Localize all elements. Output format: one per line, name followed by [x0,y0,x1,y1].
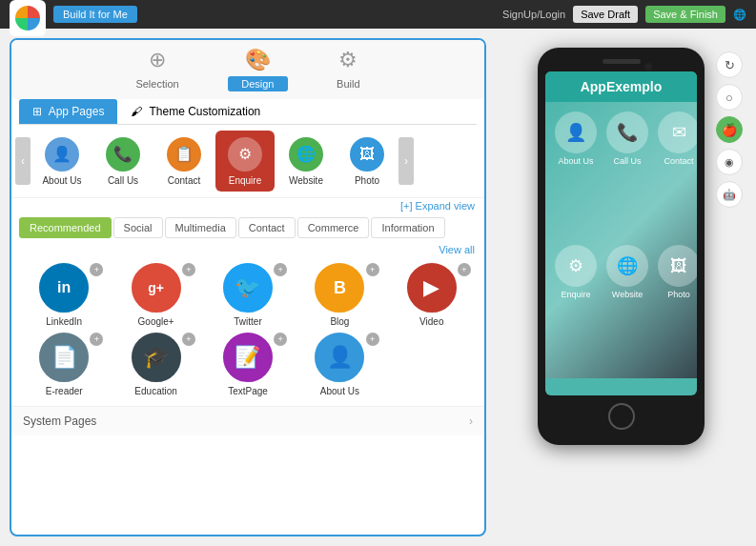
contact-label: Contact [168,175,200,186]
steps-bar: ⊕ Selection 🎨 Design ⚙ Build [11,40,484,99]
phone-camera [644,63,652,71]
cat-multimedia[interactable]: Multimedia [165,217,236,238]
language-icon[interactable]: 🌐 [733,9,746,21]
phone-mockup: AppExemplo 👤 About Us 📞 Call Us ✉ Contac… [538,48,705,445]
education-icon: 🎓 [132,333,181,382]
widget-video[interactable]: + ▶ Video [389,263,475,327]
theme-icon: 🖌 [131,105,142,118]
main-content: ⊕ Selection 🎨 Design ⚙ Build ⊞ App Pages… [0,29,756,546]
build-icon: ⚙ [338,48,358,72]
linkedin-label: LinkedIn [46,316,82,327]
widget-googleplus[interactable]: + g+ Google+ [112,263,198,327]
page-enquire[interactable]: ⚙ Enquire [215,131,275,192]
call-us-label: Call Us [108,175,138,186]
widget-linkedin[interactable]: + in LinkedIn [21,263,107,327]
phone-icon-photo[interactable]: 🖼 Photo [658,245,697,369]
phone-website-label: Website [612,290,643,299]
logo [10,0,46,36]
textpage-label: TextPage [228,386,268,396]
apple-icon[interactable]: 🍎 [716,116,743,143]
cat-recommended[interactable]: Recommended [19,217,112,238]
left-panel: ⊕ Selection 🎨 Design ⚙ Build ⊞ App Pages… [10,38,486,536]
save-finish-button[interactable]: Save & Finish [645,6,725,23]
build-it-button[interactable]: Build It for Me [53,6,137,23]
next-page-arrow[interactable]: › [398,137,414,185]
page-about-us[interactable]: 👤 About Us [32,131,92,192]
googleplus-icon: g+ [132,263,181,313]
twitter-icon: 🐦 [223,263,273,313]
tab-theme[interactable]: 🖌 Theme Customization [117,99,274,124]
add-badge: + [274,263,287,276]
system-pages-row[interactable]: System Pages › [11,406,484,435]
blackberry-icon[interactable]: ◉ [716,149,743,175]
phone-icon-contact[interactable]: ✉ Contact [658,111,697,235]
page-contact[interactable]: 📋 Contact [154,131,214,192]
step-design[interactable]: 🎨 Design [228,48,287,91]
cat-information[interactable]: Information [371,217,444,238]
phone-icons-grid: 👤 About Us 📞 Call Us ✉ Contact ⚙ Enquire [545,102,697,378]
cat-commerce[interactable]: Commerce [297,217,370,238]
enquire-icon: ⚙ [228,137,262,172]
tab-app-pages[interactable]: ⊞ App Pages [19,99,117,124]
step-build[interactable]: ⚙ Build [323,48,373,91]
widget-ereader[interactable]: + 📄 E-reader [21,333,107,396]
about-us-label: About Us [42,175,81,186]
panel-tabs: ⊞ App Pages 🖌 Theme Customization [19,99,477,125]
linkedin-icon: in [39,263,89,313]
phone-about-us-label: About Us [558,156,593,166]
phone-enquire-icon: ⚙ [555,245,597,287]
googleplus-label: Google+ [138,316,174,327]
view-all-link[interactable]: View all [11,242,484,257]
ereader-icon: 📄 [39,333,89,382]
chevron-right-icon: › [469,415,473,428]
cat-social[interactable]: Social [113,217,163,238]
textpage-icon: 📝 [223,333,273,382]
design-icon: 🎨 [245,48,271,72]
widget-textpage[interactable]: + 📝 TextPage [205,333,291,396]
contact-icon: 📋 [167,137,201,172]
call-us-icon: 📞 [106,137,140,172]
phone-home-button[interactable] [608,403,635,430]
blog-icon: B [315,263,364,313]
widget-twitter[interactable]: + 🐦 Twitter [205,263,291,327]
widget-grid: + in LinkedIn + g+ Google+ + 🐦 Twitter + [11,257,484,402]
widget-aboutus[interactable]: + 👤 About Us [296,333,382,396]
build-label: Build [323,76,373,91]
right-panel: AppExemplo 👤 About Us 📞 Call Us ✉ Contac… [496,38,746,536]
phone-photo-label: Photo [667,290,690,299]
step-selection[interactable]: ⊕ Selection [122,48,192,91]
phone-about-us-icon: 👤 [555,111,597,153]
selection-label: Selection [122,76,192,91]
photo-icon: 🖼 [350,137,384,172]
phone-icon-enquire[interactable]: ⚙ Enquire [555,245,597,369]
cat-contact[interactable]: Contact [238,217,296,238]
add-badge: + [90,333,103,346]
top-bar-left: Build It for Me [10,0,137,32]
android-icon[interactable]: 🤖 [716,181,743,208]
page-photo[interactable]: 🖼 Photo [337,131,397,192]
prev-page-arrow[interactable]: ‹ [15,137,31,185]
video-icon: ▶ [407,263,457,313]
circle-icon[interactable]: ○ [716,84,743,111]
page-call-us[interactable]: 📞 Call Us [93,131,153,192]
video-label: Video [419,316,443,327]
website-label: Website [289,175,323,186]
page-website[interactable]: 🌐 Website [276,131,336,192]
aboutus-icon: 👤 [315,333,364,382]
pages-icon: ⊞ [32,105,42,118]
phone-icon-call-us[interactable]: 📞 Call Us [606,111,648,235]
phone-icon-about-us[interactable]: 👤 About Us [555,111,597,235]
website-icon: 🌐 [289,137,323,172]
refresh-icon[interactable]: ↻ [716,51,743,78]
add-badge: + [366,333,379,346]
widget-education[interactable]: + 🎓 Education [112,333,198,396]
expand-link[interactable]: [+] Expand view [11,198,484,213]
save-draft-button[interactable]: Save Draft [573,6,638,23]
system-pages-label: System Pages [23,415,96,428]
phone-icon-website[interactable]: 🌐 Website [606,245,648,369]
widget-blog[interactable]: + B Blog [296,263,382,327]
top-bar: Build It for Me SignUp/Login Save Draft … [0,0,756,29]
signin-label[interactable]: SignUp/Login [502,9,565,20]
aboutus-label: About Us [320,386,359,396]
ereader-label: E-reader [46,386,83,396]
